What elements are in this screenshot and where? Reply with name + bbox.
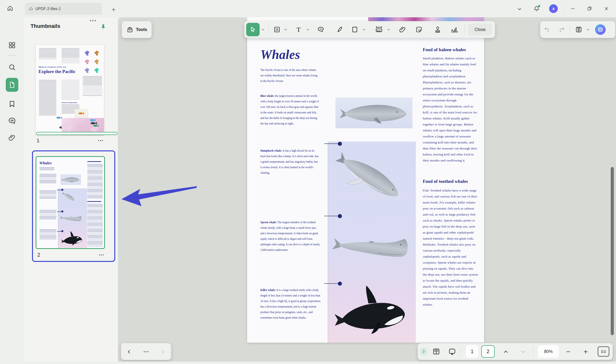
ellipsis-icon <box>143 349 149 355</box>
ai-assistant-button[interactable] <box>595 24 606 35</box>
back-button[interactable] <box>125 348 133 356</box>
rail-divider <box>8 55 16 56</box>
nav-more-button[interactable] <box>142 348 150 356</box>
titlebar-collapse-button[interactable] <box>515 4 524 14</box>
notifications-button[interactable] <box>531 4 542 13</box>
thumb2-text-block <box>87 204 103 247</box>
humpback-whale-illustration <box>331 148 410 205</box>
page-2-more-button[interactable] <box>97 252 106 258</box>
timeline-connector <box>57 190 62 190</box>
stamp-tool-button[interactable] <box>432 24 443 35</box>
minimize-button[interactable] <box>567 4 578 13</box>
titlebar-divider <box>563 5 563 12</box>
coral-illustration <box>84 57 90 64</box>
arrow-annotation[interactable] <box>118 17 325 234</box>
text-tool-button[interactable] <box>293 24 304 35</box>
text-tool-chevron[interactable] <box>305 27 311 32</box>
coral-illustration <box>75 119 89 133</box>
actual-size-button[interactable]: 1:1 <box>598 346 609 357</box>
updf-window: UPDF-2-files-1 X <box>0 0 616 364</box>
collapse-controls-button[interactable] <box>420 347 428 356</box>
page-2-number: 2 <box>37 252 40 258</box>
page-1-more-button[interactable] <box>96 137 105 144</box>
next-page-button[interactable] <box>519 348 527 356</box>
sidebar-item-comments[interactable] <box>6 115 18 127</box>
measure-tool-chevron[interactable] <box>386 27 392 32</box>
thumb2-heading-bar <box>87 201 101 202</box>
select-tool-chevron[interactable] <box>260 27 266 32</box>
zoom-out-button[interactable] <box>564 348 573 356</box>
heading-tool-chevron[interactable] <box>283 27 289 32</box>
comment-bubble-icon <box>317 26 325 33</box>
new-tab-button[interactable] <box>109 5 118 14</box>
signature-tool-button[interactable] <box>448 24 461 35</box>
vertical-scrollbar-thumb[interactable] <box>611 167 614 335</box>
sidebar-item-thumbnails[interactable] <box>6 78 18 92</box>
tools-button[interactable]: Tools <box>122 21 152 38</box>
fish-illustration <box>78 112 84 115</box>
shape-tool-button[interactable] <box>350 24 360 35</box>
thumb1-photo-small <box>75 109 89 118</box>
restore-button[interactable] <box>584 4 595 13</box>
attachment-tool-button[interactable] <box>397 24 408 35</box>
page-layout-button[interactable] <box>431 347 441 356</box>
avatar-initial: X <box>552 7 555 11</box>
thumbnail-page-2-selected[interactable]: Whales <box>32 150 115 262</box>
arrow-shape <box>122 186 197 206</box>
save-button[interactable] <box>574 25 584 34</box>
presenter-icon <box>448 347 456 356</box>
coral-illustration <box>84 65 90 73</box>
avatar[interactable]: X <box>549 4 558 13</box>
highlighter-tool-button[interactable] <box>335 24 345 35</box>
redo-button[interactable] <box>558 26 566 33</box>
measure-tool-button[interactable] <box>373 24 385 35</box>
controls-divider <box>461 347 461 356</box>
save-chevron[interactable] <box>585 27 591 32</box>
zoom-level-button[interactable]: 80% <box>538 345 559 358</box>
presentation-button[interactable] <box>447 347 457 356</box>
chevron-right-icon <box>421 349 426 354</box>
shape-tool-chevron[interactable] <box>361 27 367 32</box>
goto-page-1-button[interactable]: 1 <box>466 345 478 358</box>
sticker-tool-button[interactable] <box>414 24 424 35</box>
forward-button[interactable] <box>159 348 167 356</box>
grid-icon <box>8 41 16 49</box>
close-label: Close <box>475 27 486 32</box>
tools-label: Tools <box>136 27 147 32</box>
close-toolbar-button[interactable]: Close <box>468 24 492 36</box>
killer-whale-label: Killer whale: <box>260 288 276 291</box>
pin-panel-button[interactable] <box>99 23 107 31</box>
document-tab[interactable]: UPDF-2-files-1 <box>25 3 102 15</box>
annotation-toolbar: Close <box>244 21 495 38</box>
cloud-icon <box>28 6 33 11</box>
sidebar-item-grid[interactable] <box>6 39 18 52</box>
current-page-button[interactable]: 2 <box>481 345 495 358</box>
thumb2-text-block <box>40 167 54 170</box>
close-window-button[interactable] <box>601 4 612 13</box>
thumbnails-panel: Thumbnails Magical creatures of the sea.… <box>24 17 118 364</box>
toolbox-icon <box>126 26 134 33</box>
sidebar-item-attachments[interactable] <box>6 131 18 144</box>
chevron-left-icon <box>126 349 132 355</box>
chevron-down-icon <box>517 6 522 12</box>
ellipsis-icon <box>98 252 104 258</box>
notification-dot <box>538 5 540 7</box>
panel-title: Thumbnails <box>30 23 60 29</box>
thumb1-text-block <box>39 48 56 60</box>
thumb2-text-block <box>40 229 56 240</box>
zoom-in-button[interactable] <box>581 348 590 356</box>
panel-drag-handle[interactable] <box>87 19 99 23</box>
thumb1-title: Explore the Pacific <box>39 69 76 74</box>
heading-tool-button[interactable] <box>272 24 282 35</box>
comment-tool-button[interactable] <box>315 24 326 35</box>
previous-page-button[interactable] <box>502 348 510 356</box>
thumbnail-page-1[interactable]: Magical creatures of the sea. Explore th… <box>36 45 104 135</box>
undo-button[interactable] <box>543 26 551 33</box>
home-button[interactable] <box>5 3 15 13</box>
select-tool-button[interactable] <box>246 23 260 36</box>
fish-illustration <box>56 116 62 119</box>
sidebar-item-bookmarks[interactable] <box>6 98 18 110</box>
thumbnail-page-2-preview: Whales <box>36 156 105 249</box>
left-icon-rail <box>0 17 24 364</box>
sidebar-item-search[interactable] <box>6 61 18 74</box>
